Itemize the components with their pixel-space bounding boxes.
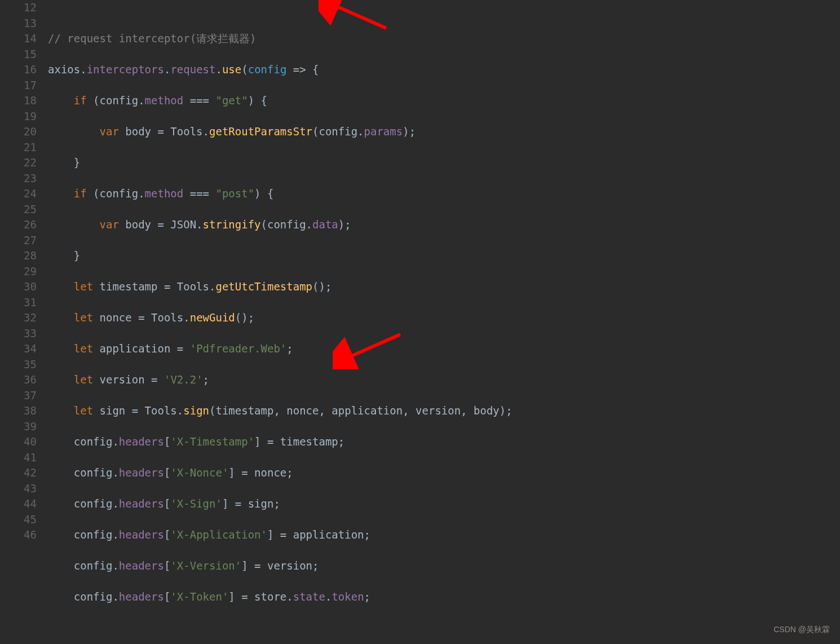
line-number: 30 <box>0 279 37 295</box>
line-number: 14 <box>0 31 37 47</box>
line-number: 24 <box>0 186 37 202</box>
line-number: 46 <box>0 527 37 543</box>
line-number: 34 <box>0 341 37 357</box>
line-number: 31 <box>0 295 37 311</box>
code-line[interactable]: let application = 'Pdfreader.Web'; <box>48 341 840 357</box>
code-line[interactable]: } <box>48 155 840 171</box>
code-line[interactable]: config.headers['X-Application'] = applic… <box>48 527 840 543</box>
code-line[interactable]: let timestamp = Tools.getUtcTimestamp(); <box>48 279 840 295</box>
line-number: 42 <box>0 465 37 481</box>
code-line[interactable]: let version = 'V2.2'; <box>48 372 840 388</box>
code-line[interactable]: } <box>48 248 840 264</box>
line-number: 26 <box>0 217 37 233</box>
line-number: 15 <box>0 47 37 63</box>
code-line[interactable]: if (config.method === "post") { <box>48 186 840 202</box>
line-number: 37 <box>0 388 37 404</box>
code-line[interactable]: config.headers['X-Timestamp'] = timestam… <box>48 434 840 450</box>
line-number: 18 <box>0 93 37 109</box>
line-number: 35 <box>0 357 37 373</box>
line-number: 36 <box>0 372 37 388</box>
line-number: 20 <box>0 124 37 140</box>
code-line[interactable]: config.headers['X-Sign'] = sign; <box>48 496 840 512</box>
line-number: 27 <box>0 233 37 249</box>
line-number: 32 <box>0 310 37 326</box>
line-number: 33 <box>0 326 37 342</box>
line-number: 44 <box>0 496 37 512</box>
code-line[interactable]: config.headers['X-Version'] = version; <box>48 558 840 574</box>
code-line[interactable]: var body = JSON.stringify(config.data); <box>48 217 840 233</box>
watermark-text: CSDN @吴秋霖 <box>773 622 830 638</box>
code-editor[interactable]: 1213141516171819202122232425262728293031… <box>0 0 840 644</box>
line-number: 13 <box>0 16 37 32</box>
line-number: 40 <box>0 434 37 450</box>
line-number: 19 <box>0 109 37 125</box>
code-line[interactable]: // request interceptor(请求拦截器) <box>48 31 840 47</box>
code-line[interactable]: axios.interceptors.request.use(config =>… <box>48 62 840 78</box>
line-number: 22 <box>0 155 37 171</box>
code-line[interactable]: config.headers['X-Nonce'] = nonce; <box>48 465 840 481</box>
line-number: 43 <box>0 481 37 497</box>
line-number: 29 <box>0 264 37 280</box>
line-number: 21 <box>0 140 37 156</box>
code-line[interactable]: if (config.method === "get") { <box>48 93 840 109</box>
line-number: 41 <box>0 450 37 466</box>
line-number: 23 <box>0 171 37 187</box>
code-line[interactable]: var body = Tools.getRoutParamsStr(config… <box>48 124 840 140</box>
code-area[interactable]: // request interceptor(请求拦截器) axios.inte… <box>48 0 840 644</box>
line-number: 16 <box>0 62 37 78</box>
line-number: 28 <box>0 248 37 264</box>
code-line[interactable]: let sign = Tools.sign(timestamp, nonce, … <box>48 403 840 419</box>
line-number: 38 <box>0 403 37 419</box>
code-line[interactable] <box>48 620 840 636</box>
line-number: 12 <box>0 0 37 16</box>
comment: // request interceptor(请求拦截器) <box>48 32 257 45</box>
line-number: 39 <box>0 419 37 435</box>
line-number: 17 <box>0 78 37 94</box>
line-number: 45 <box>0 512 37 528</box>
code-line[interactable]: config.headers['X-Token'] = store.state.… <box>48 589 840 605</box>
line-number: 25 <box>0 202 37 218</box>
code-line[interactable]: let nonce = Tools.newGuid(); <box>48 310 840 326</box>
line-number-gutter: 1213141516171819202122232425262728293031… <box>0 0 48 644</box>
